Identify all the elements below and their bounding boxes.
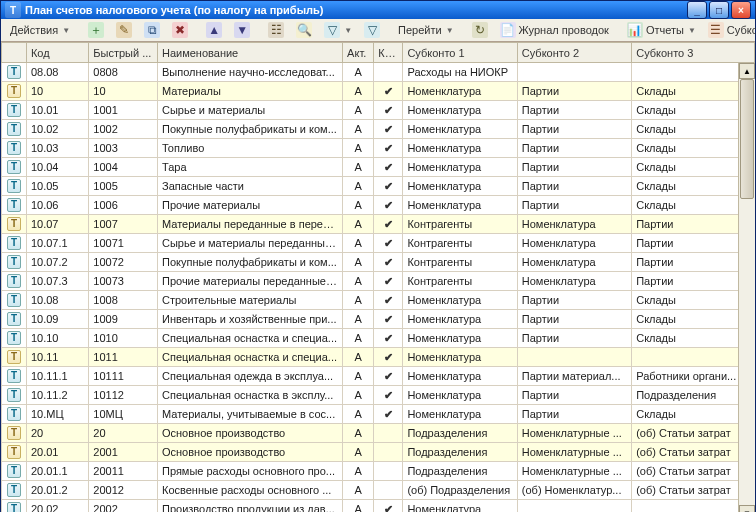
table-row[interactable]: Т10.031003ТопливоА✔НоменклатураПартииСкл… bbox=[2, 139, 755, 158]
col-fast[interactable]: Быстрый ... bbox=[89, 43, 158, 63]
add-button[interactable]: ＋ bbox=[83, 19, 109, 41]
table-row[interactable]: Т10.11.210112Специальная оснастка в эксп… bbox=[2, 386, 755, 405]
cell-kol: ✔ bbox=[374, 177, 403, 196]
cell-kod: 20.01.1 bbox=[26, 462, 88, 481]
subkonto-menu[interactable]: ☰Субконто▼ bbox=[703, 19, 756, 41]
col-kol[interactable]: Кол. bbox=[374, 43, 403, 63]
journal-button[interactable]: 📄Журнал проводок bbox=[495, 19, 614, 41]
copy-button[interactable]: ⧉ bbox=[139, 19, 165, 41]
hierarchy-button[interactable]: ☷ bbox=[263, 19, 289, 41]
account-icon: Т bbox=[7, 388, 21, 402]
table-row[interactable]: Т10.021002Покупные полуфабрикаты и ком..… bbox=[2, 120, 755, 139]
table-row[interactable]: Т10.091009Инвентарь и хозяйственные при.… bbox=[2, 310, 755, 329]
col-act[interactable]: Акт. bbox=[343, 43, 374, 63]
cell-s2: Номенклатура bbox=[517, 234, 631, 253]
cell-s3: Склады bbox=[632, 177, 755, 196]
account-icon: Т bbox=[7, 331, 21, 345]
col-kod[interactable]: Код bbox=[26, 43, 88, 63]
table-row[interactable]: Т1010МатериалыА✔НоменклатураПартииСклады bbox=[2, 82, 755, 101]
table-row[interactable]: Т10.07.310073Прочие материалы переданные… bbox=[2, 272, 755, 291]
cell-kod: 20 bbox=[26, 424, 88, 443]
table-row[interactable]: Т10.071007Материалы переданные в перер..… bbox=[2, 215, 755, 234]
cell-s1: Номенклатура bbox=[403, 348, 517, 367]
scroll-up-button[interactable]: ▲ bbox=[739, 63, 755, 79]
table-row[interactable]: Т10.051005Запасные частиА✔НоменклатураПа… bbox=[2, 177, 755, 196]
table-row[interactable]: Т10.011001Сырье и материалыА✔Номенклатур… bbox=[2, 101, 755, 120]
maximize-button[interactable]: □ bbox=[709, 1, 729, 19]
scroll-thumb-v[interactable] bbox=[740, 79, 754, 199]
cell-kod: 10.07.3 bbox=[26, 272, 88, 291]
table-row[interactable]: Т10.11.110111Специальная одежда в эксплу… bbox=[2, 367, 755, 386]
table-row[interactable]: Т10.07.110071Сырье и материалы переданны… bbox=[2, 234, 755, 253]
cell-name: Инвентарь и хозяйственные при... bbox=[157, 310, 342, 329]
row-icon-cell: Т bbox=[2, 101, 27, 120]
table-row[interactable]: Т20.012001Основное производствоАПодразде… bbox=[2, 443, 755, 462]
refresh-button[interactable]: ↻ bbox=[467, 19, 493, 41]
cell-s2: Партии bbox=[517, 177, 631, 196]
edit-button[interactable]: ✎ bbox=[111, 19, 137, 41]
cell-kod: 10.10 bbox=[26, 329, 88, 348]
cell-s1: Номенклатура bbox=[403, 177, 517, 196]
cell-name: Строительные материалы bbox=[157, 291, 342, 310]
move-up-button[interactable]: ▲ bbox=[201, 19, 227, 41]
row-icon-cell: Т bbox=[2, 234, 27, 253]
chevron-down-icon: ▼ bbox=[687, 26, 696, 35]
col-s1[interactable]: Субконто 1 bbox=[403, 43, 517, 63]
close-button[interactable]: × bbox=[731, 1, 751, 19]
table-row[interactable]: Т08.080808Выполнение научно-исследоват..… bbox=[2, 63, 755, 82]
filter-button[interactable]: ▽▼ bbox=[319, 19, 357, 41]
vertical-scrollbar[interactable]: ▲ ▼ bbox=[738, 63, 755, 512]
goto-menu[interactable]: Перейти▼ bbox=[393, 19, 459, 41]
cell-s3: Склады bbox=[632, 101, 755, 120]
scroll-down-button[interactable]: ▼ bbox=[739, 505, 755, 512]
cell-s1: Номенклатура bbox=[403, 500, 517, 513]
cell-kod: 10.04 bbox=[26, 158, 88, 177]
row-icon-cell: Т bbox=[2, 405, 27, 424]
cell-act: А bbox=[343, 424, 374, 443]
actions-menu[interactable]: Действия▼ bbox=[5, 19, 75, 41]
table-row[interactable]: Т10.081008Строительные материалыА✔Номенк… bbox=[2, 291, 755, 310]
table-row[interactable]: Т10.111011Специальная оснастка и специа.… bbox=[2, 348, 755, 367]
table-row[interactable]: Т10.101010Специальная оснастка и специа.… bbox=[2, 329, 755, 348]
cell-s2: Партии bbox=[517, 82, 631, 101]
cell-s3: Партии bbox=[632, 253, 755, 272]
table-row[interactable]: Т2020Основное производствоАПодразделения… bbox=[2, 424, 755, 443]
cell-kol bbox=[374, 443, 403, 462]
cell-s2: Партии bbox=[517, 196, 631, 215]
titlebar[interactable]: Т План счетов налогового учета (по налог… bbox=[1, 1, 755, 19]
cell-kod: 10.09 bbox=[26, 310, 88, 329]
col-name[interactable]: Наименование bbox=[157, 43, 342, 63]
col-s3[interactable]: Субконто 3 bbox=[632, 43, 755, 63]
minimize-button[interactable]: _ bbox=[687, 1, 707, 19]
account-icon: Т bbox=[7, 502, 21, 512]
header-row[interactable]: Код Быстрый ... Наименование Акт. Кол. С… bbox=[2, 43, 755, 63]
cell-fast: 1006 bbox=[89, 196, 158, 215]
cell-fast: 10073 bbox=[89, 272, 158, 291]
delete-button[interactable]: ✖ bbox=[167, 19, 193, 41]
table-row[interactable]: Т20.01.120011Прямые расходы основного пр… bbox=[2, 462, 755, 481]
account-icon: Т bbox=[7, 255, 21, 269]
table-row[interactable]: Т20.022002Производство продукции из дав.… bbox=[2, 500, 755, 513]
cell-s3: Партии bbox=[632, 215, 755, 234]
table-row[interactable]: Т10.061006Прочие материалыА✔Номенклатура… bbox=[2, 196, 755, 215]
cell-fast: 1008 bbox=[89, 291, 158, 310]
find-button[interactable]: 🔍 bbox=[291, 19, 317, 41]
cell-s2: Партии bbox=[517, 310, 631, 329]
cell-s3: Склады bbox=[632, 196, 755, 215]
cell-s1: Номенклатура bbox=[403, 291, 517, 310]
move-down-button[interactable]: ▼ bbox=[229, 19, 255, 41]
reports-menu[interactable]: 📊Отчеты▼ bbox=[622, 19, 701, 41]
col-s2[interactable]: Субконто 2 bbox=[517, 43, 631, 63]
cell-kol: ✔ bbox=[374, 158, 403, 177]
row-icon-cell: Т bbox=[2, 462, 27, 481]
table-row[interactable]: Т10.07.210072Покупные полуфабрикаты и ко… bbox=[2, 253, 755, 272]
table-row[interactable]: Т20.01.220012Косвенные расходы основного… bbox=[2, 481, 755, 500]
cell-s3: (об) Статьи затрат bbox=[632, 443, 755, 462]
clear-filter-button[interactable]: ▽ bbox=[359, 19, 385, 41]
accounts-table[interactable]: Код Быстрый ... Наименование Акт. Кол. С… bbox=[1, 42, 755, 512]
cell-act: А bbox=[343, 139, 374, 158]
table-row[interactable]: Т10.МЦ10МЦМатериалы, учитываемые в сос..… bbox=[2, 405, 755, 424]
table-row[interactable]: Т10.041004ТараА✔НоменклатураПартииСклады bbox=[2, 158, 755, 177]
col-icon[interactable] bbox=[2, 43, 27, 63]
cell-kol: ✔ bbox=[374, 272, 403, 291]
